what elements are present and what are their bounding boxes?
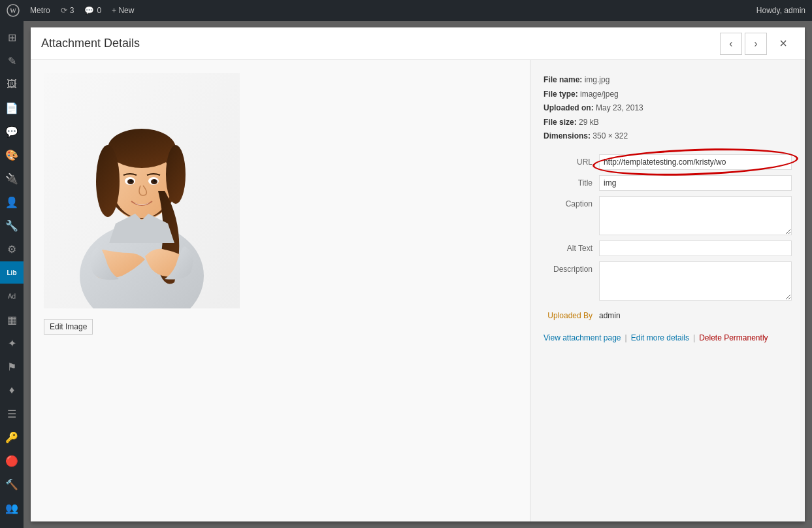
modal-close-button[interactable]: × bbox=[772, 33, 794, 55]
alt-text-label: Alt Text bbox=[544, 240, 599, 253]
svg-point-8 bbox=[108, 129, 176, 168]
svg-point-16 bbox=[154, 180, 156, 182]
wp-logo[interactable]: W bbox=[7, 4, 20, 17]
url-label: URL bbox=[544, 154, 599, 167]
new-link[interactable]: + New bbox=[112, 6, 134, 15]
sidebar-icon-media[interactable]: 🖼 bbox=[0, 73, 24, 95]
description-textarea[interactable] bbox=[599, 261, 792, 301]
sidebar-icon-pages[interactable]: 📄 bbox=[0, 97, 24, 119]
file-info: File name: img.jpg File type: image/jpeg… bbox=[544, 73, 792, 144]
image-container: Edit Image bbox=[44, 73, 240, 335]
sidebar-icon-add[interactable]: Ad bbox=[0, 285, 24, 307]
description-form-row: Description bbox=[544, 261, 792, 301]
modal-title: Attachment Details bbox=[41, 37, 717, 50]
footer-links: View attachment page | Edit more details… bbox=[544, 333, 792, 342]
sidebar-icon-media-library[interactable]: Lib bbox=[0, 261, 24, 284]
sidebar: ⊞ ✎ 🖼 📄 💬 🎨 🔌 👤 🔧 ⚙ Lib Ad ▦ ✦ ⚑ ♦ ☰ 🔑 🔴… bbox=[0, 21, 24, 528]
modal-next-button[interactable]: › bbox=[745, 33, 767, 55]
sidebar-icon-extra1[interactable]: ▦ bbox=[0, 308, 24, 331]
file-size-row: File size: 29 kB bbox=[544, 116, 792, 130]
url-form-row: URL bbox=[544, 154, 792, 170]
uploaded-on-row: Uploaded on: May 23, 2013 bbox=[544, 101, 792, 116]
title-input[interactable] bbox=[599, 175, 792, 191]
sidebar-icon-extra7[interactable]: 🔴 bbox=[0, 450, 24, 472]
admin-bar: W Metro ⟳ 3 💬 0 + New Howdy, admin bbox=[0, 0, 812, 21]
modal-header: Attachment Details ‹ › × bbox=[31, 27, 805, 60]
uploaded-by-label: Uploaded By bbox=[544, 311, 599, 320]
caption-label: Caption bbox=[544, 196, 599, 208]
modal-body: Edit Image File name: img.jpg File type:… bbox=[31, 60, 805, 521]
sidebar-icon-extra4[interactable]: ♦ bbox=[0, 379, 24, 401]
sidebar-icon-comments[interactable]: 💬 bbox=[0, 120, 24, 142]
sidebar-icon-extra9[interactable]: 👥 bbox=[0, 497, 24, 519]
updates-link[interactable]: ⟳ 3 bbox=[61, 6, 74, 15]
sidebar-icon-plugins[interactable]: 🔌 bbox=[0, 167, 24, 190]
edit-image-button[interactable]: Edit Image bbox=[44, 319, 93, 335]
sidebar-icon-settings[interactable]: ⚙ bbox=[0, 238, 24, 260]
svg-point-10 bbox=[166, 145, 186, 204]
modal-prev-button[interactable]: ‹ bbox=[720, 33, 742, 55]
edit-more-details-link[interactable]: Edit more details bbox=[631, 333, 689, 342]
uploaded-by-value: admin bbox=[599, 311, 621, 320]
site-name[interactable]: Metro bbox=[30, 6, 50, 15]
file-name-row: File name: img.jpg bbox=[544, 73, 792, 88]
svg-text:W: W bbox=[10, 7, 16, 14]
comments-link[interactable]: 💬 0 bbox=[84, 6, 101, 15]
preview-image bbox=[44, 73, 240, 308]
sidebar-icon-posts[interactable]: ✎ bbox=[0, 50, 24, 72]
sidebar-icon-extra3[interactable]: ⚑ bbox=[0, 355, 24, 378]
view-attachment-link[interactable]: View attachment page bbox=[544, 333, 621, 342]
title-form-row: Title bbox=[544, 175, 792, 191]
sidebar-icon-extra2[interactable]: ✦ bbox=[0, 332, 24, 354]
url-input[interactable] bbox=[599, 154, 792, 170]
details-panel: File name: img.jpg File type: image/jpeg… bbox=[530, 60, 805, 521]
sidebar-icon-extra6[interactable]: 🔑 bbox=[0, 426, 24, 448]
dimensions-row: Dimensions: 350 × 322 bbox=[544, 129, 792, 144]
uploaded-by-row: Uploaded By admin bbox=[544, 311, 792, 320]
svg-point-15 bbox=[130, 180, 133, 182]
description-label: Description bbox=[544, 261, 599, 274]
sidebar-icon-users[interactable]: 👤 bbox=[0, 191, 24, 213]
form-section: URL Title Caption bbox=[544, 154, 792, 306]
sidebar-icon-extra8[interactable]: 🔨 bbox=[0, 473, 24, 495]
modal-overlay[interactable]: Attachment Details ‹ › × bbox=[24, 21, 812, 528]
file-type-row: File type: image/jpeg bbox=[544, 88, 792, 102]
delete-permanently-link[interactable]: Delete Permanently bbox=[699, 333, 768, 342]
howdy-text: Howdy, admin bbox=[756, 6, 805, 15]
separator-2: | bbox=[689, 333, 699, 342]
sidebar-icon-appearance[interactable]: 🎨 bbox=[0, 144, 24, 166]
svg-point-9 bbox=[96, 145, 120, 217]
image-panel: Edit Image bbox=[31, 60, 530, 521]
alt-text-input[interactable] bbox=[599, 240, 792, 256]
alt-text-form-row: Alt Text bbox=[544, 240, 792, 256]
caption-form-row: Caption bbox=[544, 196, 792, 235]
attachment-details-modal: Attachment Details ‹ › × bbox=[31, 27, 805, 521]
sidebar-icon-tools[interactable]: 🔧 bbox=[0, 214, 24, 237]
caption-textarea[interactable] bbox=[599, 196, 792, 235]
sidebar-icon-dashboard[interactable]: ⊞ bbox=[0, 26, 24, 48]
sidebar-icon-extra5[interactable]: ☰ bbox=[0, 403, 24, 425]
separator-1: | bbox=[621, 333, 631, 342]
url-field-wrapper bbox=[599, 154, 792, 170]
title-label: Title bbox=[544, 175, 599, 188]
